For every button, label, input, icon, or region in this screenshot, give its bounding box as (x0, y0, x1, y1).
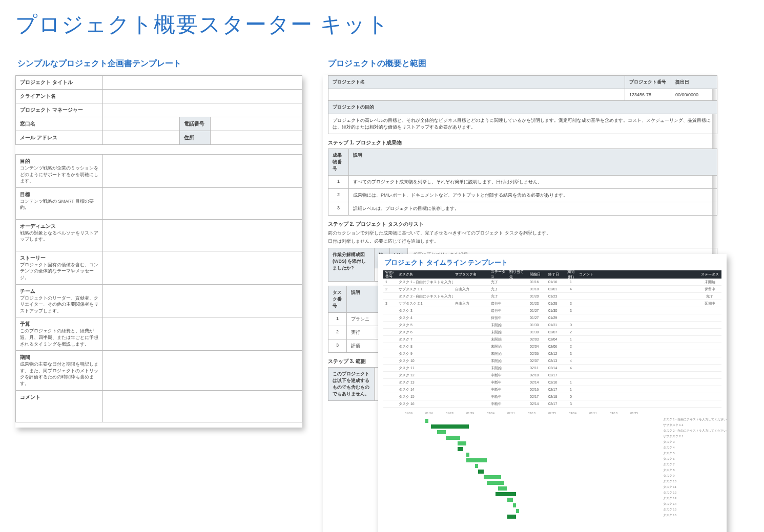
timeline-row: タスク 6未開始01/3002/072 (383, 329, 721, 336)
step1-title: ステップ 1. プロジェクト成果物 (328, 139, 712, 146)
section-label: チームプロジェクトのリーダー、貢献者、クリエイター、その他の主要関係者をリストア… (16, 284, 103, 317)
timeline-heading: プロジェクト タイムライン テンプレート (384, 258, 721, 267)
timeline-row: タスク 2 - 自由にテキストを入力してください完了01/2001/23 (383, 293, 721, 300)
row-project-title: プロジェクト タイトル (16, 76, 103, 90)
step1-table: 成果物番号 説明 1すべてのプロジェクト成果物を列挙し、それぞれ簡単に説明します… (328, 148, 717, 216)
timeline-row: タスク 5未開始01/3001/310 (383, 322, 721, 329)
section-label: コメント (16, 390, 103, 422)
timeline-row: タスク 15中断中02/1702/180 (383, 393, 721, 400)
right-heading: プロジェクトの概要と範囲 (323, 54, 712, 75)
sections-table: 目的コンテンツ戦略が企業のミッションをどのようにサポートするかを明確にします。目… (15, 154, 302, 422)
step1-col2: 説明 (349, 149, 717, 176)
deliverable-desc: 詳細レベルは、プロジェクトの目標に依存します。 (349, 202, 717, 216)
timeline-document: プロジェクト タイムライン テンプレート WBS番号 タスク名 サブタスク名 ス… (378, 254, 727, 532)
row-phone: 電話番号 (180, 117, 211, 131)
gantt-bar (458, 441, 466, 445)
row-project-manager: プロジェクト マネージャー (16, 103, 103, 117)
row-client-name: クライアント名 (16, 90, 103, 103)
timeline-row: タスク 13中断中02/1402/161 (383, 379, 721, 386)
gantt-bar (487, 481, 504, 485)
gantt-bar (437, 430, 446, 434)
step1-col1: 成果物番号 (328, 149, 349, 176)
val-purpose: プロジェクトの高レベルの目標と、それが全体的なビジネス目標とどのように関連してい… (328, 114, 717, 134)
gantt-bar (495, 492, 516, 496)
section-label: 予算このプロジェクトの経費と、経費が週、月、四半期、または年ごとに予想されるタイ… (16, 317, 103, 351)
gantt-bar (466, 453, 469, 457)
timeline-row: 2サブタスク 1.1自由入力完了01/1802/014 (383, 286, 721, 293)
timeline-row: タスク 16中断中02/1402/173 (383, 400, 721, 408)
gantt-bar (446, 436, 461, 440)
section-label: 目標コンテンツ戦略の SMART 目標の要約。 (16, 187, 103, 219)
page-title: プロジェクト概要スターター キット (15, 10, 749, 39)
gantt-bar (475, 464, 478, 468)
left-heading: シンプルなプロジェクト企画書テンプレート (15, 54, 302, 75)
section-label: ストーリープロジェクト固有の価値を含む、コンテンツの全体的なテーマやメッセージ。 (16, 251, 103, 284)
timeline-row: タスク 8未開始02/0402/062 (383, 343, 721, 350)
task-no: 3 (328, 339, 347, 353)
step2-title: ステップ 2. プロジェクト タスクのリスト (328, 221, 712, 228)
form-top-table: プロジェクト タイトル クライアント名 プロジェクト マネージャー 窓口名 電話… (15, 75, 302, 145)
section-label: オーディエンス戦略の対象となるペルソナをリストアップします。 (16, 219, 103, 251)
gantt-bar (513, 503, 516, 507)
gantt-bar (507, 515, 516, 519)
timeline-row: タスク 4保留中01/2701/29 (383, 314, 721, 322)
deliverable-no: 1 (328, 176, 349, 189)
row-contact-name: 窓口名 (16, 117, 103, 131)
timeline-row: タスク 14中断中02/1602/171 (383, 386, 721, 393)
gantt-bar (425, 419, 428, 423)
deliverable-no: 3 (328, 202, 349, 216)
timeline-header: WBS番号 タスク名 サブタスク名 ステータス 割り当て先 開始日 終了日 期間… (383, 270, 721, 279)
timeline-row: タスク 7未開始02/0302/041 (383, 336, 721, 343)
gantt-bar (484, 475, 501, 479)
gantt-bar (431, 424, 469, 429)
timeline-row: タスク 12中断中02/1002/17 (383, 372, 721, 379)
deliverable-no: 2 (328, 189, 349, 202)
hdr-purpose: プロジェクトの目的 (328, 101, 717, 114)
wbs-label: 作業分解構成図 (WBS) を添付しましたか? (328, 248, 375, 282)
gantt-bar (458, 447, 463, 451)
gantt-bar (466, 458, 487, 462)
val-submit-date: 00/00/0000 (671, 89, 717, 101)
timeline-row: 3サブタスク 2.1自由入力進行中01/2301/283 (383, 300, 721, 307)
timeline-row: タスク 11未開始02/1102/144 (383, 365, 721, 372)
left-document: プロジェクト タイトル クライアント名 プロジェクト マネージャー 窓口名 電話… (15, 75, 302, 428)
timeline-row: タスク 10未開始02/0702/134 (383, 357, 721, 365)
timeline-row: 1タスク 1 - 自由にテキストを入力してください完了01/1601/161 (383, 279, 721, 286)
deliverable-desc: 成果物には、PMレポート、ドキュメントなど、アウトプットと付随する結果を含める必… (349, 189, 717, 202)
overview-table: プロジェクト名 プロジェクト番号 提出日 123456-78 00/00/000… (328, 75, 717, 134)
scope-label: このプロジェクトは以下を達成するものでも含むものでもありません。 (328, 368, 375, 401)
hdr-submit-date: 提出日 (671, 76, 717, 89)
task-no: 2 (328, 326, 347, 339)
hdr-project-no: プロジェクト番号 (625, 76, 671, 89)
gantt-bar (516, 509, 519, 513)
section-label: 期間成果物の主要な日付と期限を明記します。また、同プロジェクトのメトリックを評価… (16, 351, 103, 390)
section-label: 目的コンテンツ戦略が企業のミッションをどのようにサポートするかを明確にします。 (16, 155, 103, 188)
timeline-row: タスク 9未開始02/0602/123 (383, 350, 721, 357)
val-project-no: 123456-78 (625, 89, 671, 101)
task-no: 1 (328, 313, 347, 326)
gantt-bar (478, 470, 484, 474)
timeline-row: タスク 3進行中01/2701/303 (383, 307, 721, 314)
step2-note1: 前のセクションで列挙した成果物に基づいて、完了させるべきすべてのプロジェクト タ… (328, 230, 712, 237)
deliverable-desc: すべてのプロジェクト成果物を列挙し、それぞれ簡単に説明します。日付は列挙しません… (349, 176, 717, 189)
status-side-column: ステータス 未開始保留中完了延期中 (698, 270, 721, 307)
task-col1: タスク番号 (328, 286, 347, 313)
gantt-bar (507, 498, 513, 502)
row-email: メール アドレス (16, 131, 103, 145)
step2-note2: 日付は列挙しません。必要に応じて行を追加します。 (328, 238, 712, 245)
hdr-project-name: プロジェクト名 (328, 76, 625, 89)
gantt-bar (498, 486, 507, 491)
gantt-chart: 01/0901/1601/2301/2902/0402/1102/1802/25… (405, 412, 721, 532)
row-address: 住所 (180, 131, 211, 145)
